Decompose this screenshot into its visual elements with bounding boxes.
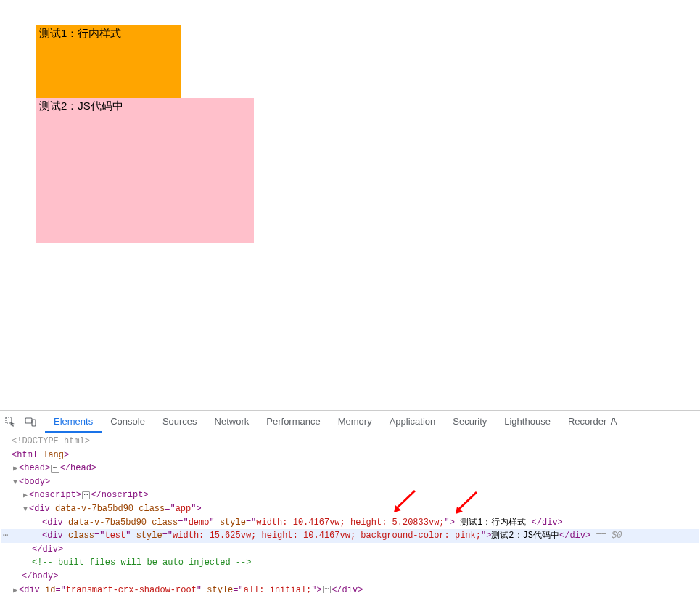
test-box: 测试2：JS代码中 xyxy=(36,98,254,243)
device-toggle-icon[interactable] xyxy=(20,412,41,432)
tab-console[interactable]: Console xyxy=(102,412,154,431)
flask-icon xyxy=(609,417,618,426)
tab-recorder[interactable]: Recorder xyxy=(559,412,627,431)
noscript-node[interactable]: ▶<noscript>⋯</noscript> xyxy=(1,488,699,502)
close-app-div-node[interactable]: </div> xyxy=(1,543,699,557)
inspect-element-icon[interactable] xyxy=(0,412,20,432)
tab-elements[interactable]: Elements xyxy=(45,412,102,433)
devtools-tabs: Elements Console Sources Network Perform… xyxy=(45,412,627,432)
test-div-node[interactable]: ⋯<div class="test" style="width: 15.625v… xyxy=(1,529,699,543)
tab-recorder-label: Recorder xyxy=(568,416,606,427)
page-preview: 测试1：行内样式 测试2：JS代码中 xyxy=(0,0,700,410)
doctype-node[interactable]: <!DOCTYPE html> xyxy=(1,435,699,449)
tab-memory[interactable]: Memory xyxy=(329,412,381,431)
tab-sources[interactable]: Sources xyxy=(154,412,206,431)
shadow-root-node[interactable]: ▶<div id="transmart-crx-shadow-root" sty… xyxy=(1,584,699,593)
tab-lighthouse[interactable]: Lighthouse xyxy=(495,412,559,431)
tab-network[interactable]: Network xyxy=(206,412,258,431)
app-div-node[interactable]: ▼<div data-v-7ba5bd90 class="app"> xyxy=(1,502,699,516)
tab-application[interactable]: Application xyxy=(381,412,445,431)
demo-box: 测试1：行内样式 xyxy=(36,25,181,98)
html-open-node[interactable]: <html lang> xyxy=(1,449,699,462)
devtools-toolbar: Elements Console Sources Network Perform… xyxy=(0,410,700,432)
svg-rect-2 xyxy=(32,420,36,426)
elements-panel[interactable]: <!DOCTYPE html> <html lang> ▶<head>⋯</he… xyxy=(0,432,700,593)
svg-rect-1 xyxy=(25,418,32,423)
comment-node[interactable]: <!-- built files will be auto injected -… xyxy=(1,556,699,570)
demo-div-node[interactable]: <div data-v-7ba5bd90 class="demo" style=… xyxy=(1,516,699,530)
tab-security[interactable]: Security xyxy=(444,412,495,431)
tab-performance[interactable]: Performance xyxy=(258,412,329,431)
close-body-node[interactable]: </body> xyxy=(1,570,699,584)
head-node[interactable]: ▶<head>⋯</head> xyxy=(1,462,699,475)
body-open-node[interactable]: ▼<body> xyxy=(1,475,699,489)
